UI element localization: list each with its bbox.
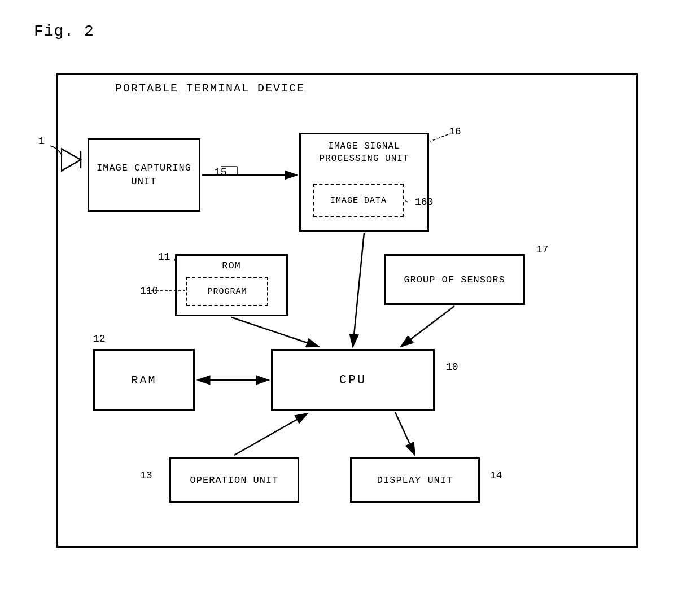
operation-label: OPERATION UNIT xyxy=(190,475,279,486)
cpu-label: CPU xyxy=(339,373,367,387)
ref-17: 17 xyxy=(536,244,549,255)
sensors-box: GROUP OF SENSORS xyxy=(384,254,525,305)
cpu-box: CPU xyxy=(271,349,435,411)
ref-12: 12 xyxy=(93,333,106,344)
ref-10: 10 xyxy=(446,361,458,373)
ram-label: RAM xyxy=(131,374,156,387)
image-capturing-box: IMAGE CAPTURINGUNIT xyxy=(88,138,200,212)
sensors-label: GROUP OF SENSORS xyxy=(404,274,505,285)
svg-marker-0 xyxy=(61,149,81,171)
operation-box: OPERATION UNIT xyxy=(169,457,299,503)
ref-14: 14 xyxy=(490,470,502,481)
ram-box: RAM xyxy=(93,349,195,411)
ref-1: 1 xyxy=(38,136,45,147)
figure-label: Fig. 2 xyxy=(34,23,94,40)
ref-110: 110 xyxy=(140,285,158,296)
ref-15: 15 xyxy=(215,167,227,178)
image-capturing-label: IMAGE CAPTURINGUNIT xyxy=(97,161,191,189)
program-label: PROGRAM xyxy=(207,287,247,296)
ref-16: 16 xyxy=(449,126,461,137)
device-title: PORTABLE TERMINAL DEVICE xyxy=(113,82,307,95)
ref-13: 13 xyxy=(140,470,152,481)
display-label: DISPLAY UNIT xyxy=(377,475,453,486)
image-data-label: IMAGE DATA xyxy=(330,196,387,206)
display-box: DISPLAY UNIT xyxy=(350,457,480,503)
camera-icon xyxy=(61,146,84,174)
isp-label: IMAGE SIGNALPROCESSING UNIT xyxy=(319,140,409,165)
program-box: PROGRAM xyxy=(186,277,268,306)
ref-160: 160 xyxy=(415,197,433,208)
ref-11: 11 xyxy=(158,251,170,263)
image-data-box: IMAGE DATA xyxy=(313,184,404,217)
rom-label: ROM xyxy=(222,260,241,271)
